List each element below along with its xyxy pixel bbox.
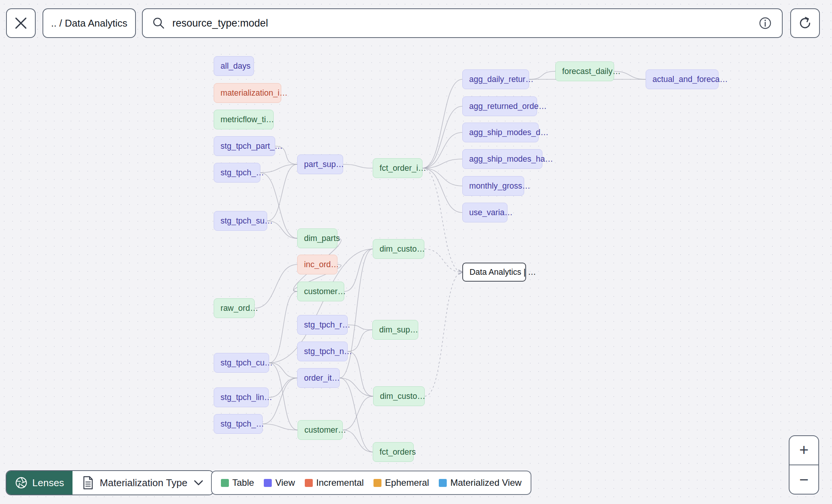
legend-label: Materialized View bbox=[450, 477, 522, 488]
graph-node-n13[interactable]: inc_ord… bbox=[297, 255, 337, 274]
legend-item-incremental: Incremental bbox=[305, 477, 364, 488]
graph-node-n6[interactable]: stg_tpch_su… bbox=[214, 211, 267, 231]
close-icon bbox=[14, 17, 27, 30]
refresh-button[interactable] bbox=[790, 8, 820, 38]
aperture-icon bbox=[15, 476, 28, 489]
graph-node-n5[interactable]: stg_tpch_… bbox=[214, 163, 260, 183]
graph-node-n23[interactable]: fct_orders bbox=[373, 442, 414, 462]
graph-node-n17[interactable]: order_it… bbox=[297, 368, 340, 388]
legend-label: Table bbox=[232, 477, 254, 488]
legend-item-ephemeral: Ephemeral bbox=[373, 477, 429, 488]
graph-node-n2[interactable]: materialization_i… bbox=[214, 83, 281, 103]
legend-item-table: Table bbox=[221, 477, 254, 488]
legend-swatch bbox=[439, 479, 447, 487]
legend-item-materialized-view: Materialized View bbox=[439, 477, 522, 488]
legend-label: Incremental bbox=[316, 477, 364, 488]
chevron-down-icon bbox=[194, 480, 203, 486]
graph-node-n29[interactable]: use_varia… bbox=[462, 203, 507, 222]
search-icon bbox=[152, 16, 165, 30]
search-input[interactable]: resource_type:model bbox=[142, 8, 783, 38]
graph-node-n32[interactable]: Data Analytics | … bbox=[462, 263, 526, 282]
graph-node-n15[interactable]: stg_tpch_r… bbox=[297, 315, 348, 335]
graph-node-n27[interactable]: agg_ship_modes_ha… bbox=[462, 149, 542, 169]
info-icon[interactable] bbox=[758, 16, 773, 31]
graph-node-n14[interactable]: customer… bbox=[297, 282, 344, 301]
legend-swatch bbox=[221, 479, 229, 487]
legend-label: Ephemeral bbox=[385, 477, 429, 488]
graph-node-n16[interactable]: stg_tpch_n… bbox=[297, 342, 348, 361]
lenses-control: Lenses Materialization Type bbox=[6, 470, 214, 495]
legend-swatch bbox=[373, 479, 381, 487]
graph-node-n18[interactable]: customer… bbox=[298, 420, 343, 440]
graph-node-n7[interactable]: raw_ord… bbox=[214, 298, 255, 318]
graph-node-n20[interactable]: dim_custo… bbox=[373, 239, 424, 259]
graph-node-n10[interactable]: stg_tpch_… bbox=[214, 414, 263, 434]
graph-node-n24[interactable]: agg_daily_retur… bbox=[462, 69, 529, 89]
document-icon bbox=[82, 476, 94, 490]
zoom-control: + − bbox=[789, 435, 819, 495]
legend-label: View bbox=[275, 477, 295, 488]
zoom-in-button[interactable]: + bbox=[789, 436, 818, 465]
graph-node-n30[interactable]: forecast_daily… bbox=[555, 61, 614, 81]
graph-node-n26[interactable]: agg_ship_modes_d… bbox=[462, 123, 539, 142]
lenses-label: Lenses bbox=[32, 477, 64, 489]
node-layer: all_daysmaterialization_i…metricflow_ti…… bbox=[0, 0, 832, 504]
graph-node-n19[interactable]: fct_order_i… bbox=[373, 158, 422, 178]
graph-node-n31[interactable]: actual_and_foreca… bbox=[646, 69, 719, 89]
graph-node-n3[interactable]: metricflow_ti… bbox=[214, 110, 274, 129]
graph-node-n11[interactable]: part_sup… bbox=[297, 154, 343, 174]
legend-swatch bbox=[305, 479, 313, 487]
legend: TableViewIncrementalEphemeralMaterialize… bbox=[211, 471, 531, 495]
graph-node-n25[interactable]: agg_returned_orde… bbox=[462, 96, 537, 116]
legend-item-view: View bbox=[264, 477, 295, 488]
breadcrumb[interactable]: .. / Data Analytics bbox=[43, 8, 136, 38]
search-value: resource_type:model bbox=[172, 17, 751, 29]
close-button[interactable] bbox=[6, 8, 36, 38]
lenses-button[interactable]: Lenses bbox=[6, 471, 72, 495]
refresh-icon bbox=[797, 16, 813, 31]
graph-node-n8[interactable]: stg_tpch_cu… bbox=[214, 353, 269, 373]
graph-node-n9[interactable]: stg_tpch_lin… bbox=[214, 387, 269, 407]
graph-node-n1[interactable]: all_days bbox=[214, 56, 254, 76]
materialization-type-selector[interactable]: Materialization Type bbox=[72, 471, 213, 495]
legend-swatch bbox=[264, 479, 272, 487]
graph-node-n21[interactable]: dim_sup… bbox=[372, 320, 418, 340]
graph-node-n28[interactable]: monthly_gross… bbox=[462, 176, 524, 196]
graph-node-n22[interactable]: dim_custo… bbox=[373, 386, 425, 406]
breadcrumb-label: .. / Data Analytics bbox=[51, 17, 128, 29]
graph-node-n12[interactable]: dim_parts bbox=[297, 228, 337, 248]
lineage-canvas[interactable]: all_daysmaterialization_i…metricflow_ti…… bbox=[0, 0, 832, 504]
zoom-out-button[interactable]: − bbox=[789, 465, 818, 494]
selector-label: Materialization Type bbox=[100, 477, 188, 489]
graph-node-n4[interactable]: stg_tpch_part_… bbox=[214, 136, 275, 156]
